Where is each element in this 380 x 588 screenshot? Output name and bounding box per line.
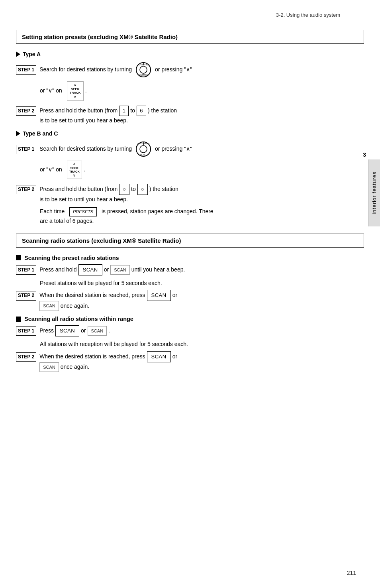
knob-svg-a: TUNE/FILE AM/FM/CH — [135, 61, 152, 78]
section2-box: Scanning radio stations (excluding XM® S… — [16, 234, 364, 248]
step1b-typeBC: or "∨" on ∧ SEEKTRACK ∨ . — [40, 161, 364, 179]
scan-large-btn-4: SCAN — [147, 351, 171, 362]
step1-content: Search for desired stations by turning T… — [39, 61, 364, 78]
scan-large-btn-3: SCAN — [55, 325, 79, 336]
interior-features-label: Interior features — [371, 171, 377, 214]
svg-point-1 — [140, 66, 147, 73]
black-square-icon-2 — [16, 317, 21, 322]
sidebar-number: 3 — [363, 151, 366, 158]
type-bc-label: Type B and C — [16, 130, 364, 137]
sub1-step2-badge: STEP 2 — [16, 291, 36, 300]
sub1-step1: STEP 1 Press and hold SCAN or SCAN until… — [16, 264, 364, 275]
presets-button: PRESETS — [69, 207, 97, 217]
scan-large-btn-1: SCAN — [78, 264, 102, 275]
scan-small-btn-4: SCAN — [39, 362, 59, 372]
step1-typeBC: STEP 1 Search for desired stations by tu… — [16, 141, 364, 157]
subsection1-title: Scanning the preset radio stations — [16, 255, 364, 261]
black-square-icon — [16, 255, 21, 260]
page-number: 211 — [347, 570, 356, 576]
step1-badge-bc: STEP 1 — [16, 145, 36, 154]
seek-track-icon-a: ∧ SEEKTRACK ∨ — [67, 81, 84, 101]
step2b-typeA: is to be set to until you hear a beep. — [39, 116, 364, 125]
dot-btn-1: ○ — [119, 184, 129, 195]
sub2-step2: STEP 2 When the desired station is reach… — [16, 351, 364, 372]
svg-text:AM/FM/CH: AM/FM/CH — [139, 74, 149, 76]
scan-small-btn-2: SCAN — [39, 301, 59, 311]
svg-point-6 — [140, 146, 147, 153]
step2-badge-a: STEP 2 — [16, 106, 36, 116]
scan-small-btn-1: SCAN — [110, 265, 130, 275]
sub2-step2-badge: STEP 2 — [16, 352, 36, 362]
sub1-step1-badge: STEP 1 — [16, 265, 36, 275]
section1-title: Setting station presets (excluding XM® S… — [22, 33, 358, 40]
scan-large-btn-2: SCAN — [147, 290, 171, 301]
step1-badge: STEP 1 — [16, 65, 36, 75]
scan-small-btn-3: SCAN — [88, 326, 107, 336]
svg-text:RESET: RESET — [140, 153, 147, 156]
triangle-icon — [16, 51, 20, 57]
knob-svg-bc: TIME MODEL RESET — [135, 141, 152, 157]
section1-box: Setting station presets (excluding XM® S… — [16, 30, 364, 44]
type-a-label: Type A — [16, 51, 364, 57]
sub2-step1: STEP 1 Press SCAN or SCAN . — [16, 325, 364, 336]
step2-typeBC: STEP 2 Press and hold the button (from ○… — [16, 184, 364, 204]
sub1-step1b: Preset stations will be played for 5 sec… — [40, 279, 364, 287]
dot-btn-2: ○ — [137, 184, 148, 195]
sub2-step1b: All stations with reception will be play… — [40, 340, 364, 348]
sub1-step2: STEP 2 When the desired station is reach… — [16, 290, 364, 311]
triangle-icon-bc — [16, 131, 20, 136]
header-text: 3-2. Using the audio system — [276, 12, 340, 18]
tuner-knob-a: TUNE/FILE AM/FM/CH — [135, 61, 152, 78]
subsection2-title: Scanning all radio stations within range — [16, 316, 364, 322]
page-header: 3-2. Using the audio system — [16, 12, 364, 18]
page: 3-2. Using the audio system Setting stat… — [0, 0, 380, 588]
seek-track-icon-bc: ∧ SEEKTRACK ∨ — [67, 161, 82, 179]
num-btn-6: 6 — [137, 106, 146, 116]
side-tab: Interior features — [368, 159, 380, 226]
num-btn-1: 1 — [119, 106, 129, 116]
section2-title: Scanning radio stations (excluding XM® S… — [22, 237, 358, 244]
presets-line: Each time PRESETS is pressed, station pa… — [40, 207, 364, 225]
tuner-knob-bc: TIME MODEL RESET — [135, 141, 152, 157]
step2b-typeBC: is to be set to until you hear a beep. — [39, 195, 364, 204]
step2-typeA: STEP 2 Press and hold the button (from 1… — [16, 106, 364, 125]
sub2-step1-badge: STEP 1 — [16, 326, 36, 336]
step1-typeA: STEP 1 Search for desired stations by tu… — [16, 61, 364, 78]
step1-line: Search for desired stations by turning T… — [39, 61, 364, 78]
step2-badge-bc: STEP 2 — [16, 185, 36, 194]
step1b-typeA: or "∨" on ∧ SEEKTRACK ∨ . — [40, 81, 364, 101]
